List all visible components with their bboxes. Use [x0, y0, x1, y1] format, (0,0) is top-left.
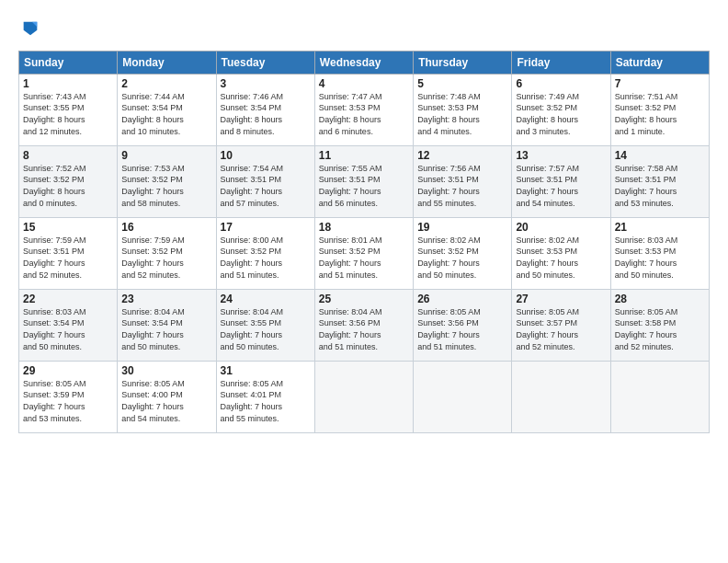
calendar-cell: 16Sunrise: 7:59 AM Sunset: 3:52 PM Dayli…: [118, 217, 216, 289]
day-number: 12: [417, 149, 507, 162]
calendar-cell: 21Sunrise: 8:03 AM Sunset: 3:53 PM Dayli…: [610, 217, 709, 289]
cell-text: Sunrise: 7:56 AM Sunset: 3:51 PM Dayligh…: [417, 163, 507, 209]
calendar-cell: 2Sunrise: 7:44 AM Sunset: 3:54 PM Daylig…: [118, 74, 216, 145]
calendar-cell: [414, 361, 512, 432]
calendar-cell: 6Sunrise: 7:49 AM Sunset: 3:52 PM Daylig…: [512, 74, 610, 145]
cell-text: Sunrise: 7:51 AM Sunset: 3:52 PM Dayligh…: [615, 91, 705, 137]
calendar-cell: 10Sunrise: 7:54 AM Sunset: 3:51 PM Dayli…: [216, 145, 314, 217]
header-sunday: Sunday: [19, 51, 118, 74]
calendar-cell: 18Sunrise: 8:01 AM Sunset: 3:52 PM Dayli…: [314, 217, 413, 289]
day-number: 21: [615, 221, 705, 234]
cell-text: Sunrise: 8:02 AM Sunset: 3:52 PM Dayligh…: [417, 235, 507, 281]
day-number: 30: [121, 364, 211, 377]
day-number: 22: [23, 293, 113, 305]
calendar-cell: 24Sunrise: 8:04 AM Sunset: 3:55 PM Dayli…: [216, 289, 314, 361]
header-wednesday: Wednesday: [314, 51, 413, 74]
calendar-cell: 19Sunrise: 8:02 AM Sunset: 3:52 PM Dayli…: [414, 217, 512, 289]
cell-text: Sunrise: 7:57 AM Sunset: 3:51 PM Dayligh…: [516, 163, 606, 209]
header-tuesday: Tuesday: [216, 51, 314, 74]
calendar-week-row: 22Sunrise: 8:03 AM Sunset: 3:54 PM Dayli…: [19, 289, 710, 361]
cell-text: Sunrise: 7:48 AM Sunset: 3:53 PM Dayligh…: [417, 91, 507, 137]
day-number: 7: [615, 77, 705, 90]
calendar-cell: 13Sunrise: 7:57 AM Sunset: 3:51 PM Dayli…: [512, 145, 610, 217]
cell-text: Sunrise: 7:55 AM Sunset: 3:51 PM Dayligh…: [319, 163, 409, 209]
calendar-cell: 30Sunrise: 8:05 AM Sunset: 4:00 PM Dayli…: [118, 361, 216, 432]
day-number: 10: [221, 149, 311, 162]
cell-text: Sunrise: 7:49 AM Sunset: 3:52 PM Dayligh…: [516, 91, 606, 137]
calendar-cell: 5Sunrise: 7:48 AM Sunset: 3:53 PM Daylig…: [414, 74, 512, 145]
calendar-cell: 25Sunrise: 8:04 AM Sunset: 3:56 PM Dayli…: [314, 289, 413, 361]
calendar-table: SundayMondayTuesdayWednesdayThursdayFrid…: [18, 51, 710, 433]
calendar-cell: 7Sunrise: 7:51 AM Sunset: 3:52 PM Daylig…: [610, 74, 709, 145]
day-number: 4: [319, 77, 409, 90]
day-number: 18: [319, 221, 409, 234]
calendar-cell: 8Sunrise: 7:52 AM Sunset: 3:52 PM Daylig…: [19, 145, 118, 217]
calendar-cell: 12Sunrise: 7:56 AM Sunset: 3:51 PM Dayli…: [414, 145, 512, 217]
day-number: 13: [516, 149, 606, 162]
calendar-cell: 31Sunrise: 8:05 AM Sunset: 4:01 PM Dayli…: [216, 361, 314, 432]
day-number: 5: [417, 77, 507, 90]
calendar-cell: [314, 361, 413, 432]
day-number: 1: [23, 77, 113, 90]
day-number: 19: [417, 221, 507, 234]
cell-text: Sunrise: 8:02 AM Sunset: 3:53 PM Dayligh…: [516, 235, 606, 281]
calendar-cell: 9Sunrise: 7:53 AM Sunset: 3:52 PM Daylig…: [118, 145, 216, 217]
header-thursday: Thursday: [414, 51, 512, 74]
calendar-cell: 27Sunrise: 8:05 AM Sunset: 3:57 PM Dayli…: [512, 289, 610, 361]
page-header: [18, 15, 710, 43]
cell-text: Sunrise: 8:05 AM Sunset: 3:58 PM Dayligh…: [615, 306, 705, 352]
day-number: 9: [121, 149, 211, 162]
cell-text: Sunrise: 8:04 AM Sunset: 3:54 PM Dayligh…: [121, 306, 211, 352]
logo: [18, 18, 40, 43]
cell-text: Sunrise: 7:43 AM Sunset: 3:55 PM Dayligh…: [23, 91, 113, 137]
calendar-cell: [610, 361, 709, 432]
day-number: 25: [319, 293, 409, 305]
calendar-cell: 15Sunrise: 7:59 AM Sunset: 3:51 PM Dayli…: [19, 217, 118, 289]
logo-icon: [20, 18, 40, 39]
day-number: 3: [221, 77, 311, 90]
cell-text: Sunrise: 7:44 AM Sunset: 3:54 PM Dayligh…: [121, 91, 211, 137]
cell-text: Sunrise: 8:05 AM Sunset: 3:56 PM Dayligh…: [417, 306, 507, 352]
calendar-cell: 14Sunrise: 7:58 AM Sunset: 3:51 PM Dayli…: [610, 145, 709, 217]
day-number: 26: [417, 293, 507, 305]
header-saturday: Saturday: [610, 51, 709, 74]
cell-text: Sunrise: 7:46 AM Sunset: 3:54 PM Dayligh…: [221, 91, 311, 137]
calendar-week-row: 1Sunrise: 7:43 AM Sunset: 3:55 PM Daylig…: [19, 74, 710, 145]
calendar-week-row: 8Sunrise: 7:52 AM Sunset: 3:52 PM Daylig…: [19, 145, 710, 217]
cell-text: Sunrise: 8:03 AM Sunset: 3:53 PM Dayligh…: [615, 235, 705, 281]
day-number: 2: [121, 77, 211, 90]
day-number: 17: [221, 221, 311, 234]
cell-text: Sunrise: 8:05 AM Sunset: 4:01 PM Dayligh…: [221, 378, 311, 424]
cell-text: Sunrise: 7:53 AM Sunset: 3:52 PM Dayligh…: [121, 163, 211, 209]
cell-text: Sunrise: 8:00 AM Sunset: 3:52 PM Dayligh…: [221, 235, 311, 281]
calendar-cell: 28Sunrise: 8:05 AM Sunset: 3:58 PM Dayli…: [610, 289, 709, 361]
calendar-cell: 11Sunrise: 7:55 AM Sunset: 3:51 PM Dayli…: [314, 145, 413, 217]
cell-text: Sunrise: 7:58 AM Sunset: 3:51 PM Dayligh…: [615, 163, 705, 209]
cell-text: Sunrise: 7:47 AM Sunset: 3:53 PM Dayligh…: [319, 91, 409, 137]
calendar-cell: 1Sunrise: 7:43 AM Sunset: 3:55 PM Daylig…: [19, 74, 118, 145]
calendar-cell: 4Sunrise: 7:47 AM Sunset: 3:53 PM Daylig…: [314, 74, 413, 145]
day-number: 31: [221, 364, 311, 377]
cell-text: Sunrise: 8:03 AM Sunset: 3:54 PM Dayligh…: [23, 306, 113, 352]
day-number: 15: [23, 221, 113, 234]
calendar-week-row: 15Sunrise: 7:59 AM Sunset: 3:51 PM Dayli…: [19, 217, 710, 289]
day-number: 24: [221, 293, 311, 305]
day-number: 16: [121, 221, 211, 234]
cell-text: Sunrise: 7:59 AM Sunset: 3:51 PM Dayligh…: [23, 235, 113, 281]
calendar-cell: 29Sunrise: 8:05 AM Sunset: 3:59 PM Dayli…: [19, 361, 118, 432]
calendar-cell: [512, 361, 610, 432]
cell-text: Sunrise: 7:52 AM Sunset: 3:52 PM Dayligh…: [23, 163, 113, 209]
cell-text: Sunrise: 7:54 AM Sunset: 3:51 PM Dayligh…: [221, 163, 311, 209]
cell-text: Sunrise: 8:05 AM Sunset: 4:00 PM Dayligh…: [121, 378, 211, 424]
calendar-cell: 23Sunrise: 8:04 AM Sunset: 3:54 PM Dayli…: [118, 289, 216, 361]
cell-text: Sunrise: 8:04 AM Sunset: 3:55 PM Dayligh…: [221, 306, 311, 352]
calendar-header-row: SundayMondayTuesdayWednesdayThursdayFrid…: [19, 51, 710, 74]
day-number: 6: [516, 77, 606, 90]
day-number: 27: [516, 293, 606, 305]
cell-text: Sunrise: 8:05 AM Sunset: 3:57 PM Dayligh…: [516, 306, 606, 352]
cell-text: Sunrise: 7:59 AM Sunset: 3:52 PM Dayligh…: [121, 235, 211, 281]
calendar-week-row: 29Sunrise: 8:05 AM Sunset: 3:59 PM Dayli…: [19, 361, 710, 432]
calendar-cell: 26Sunrise: 8:05 AM Sunset: 3:56 PM Dayli…: [414, 289, 512, 361]
day-number: 8: [23, 149, 113, 162]
calendar-cell: 20Sunrise: 8:02 AM Sunset: 3:53 PM Dayli…: [512, 217, 610, 289]
